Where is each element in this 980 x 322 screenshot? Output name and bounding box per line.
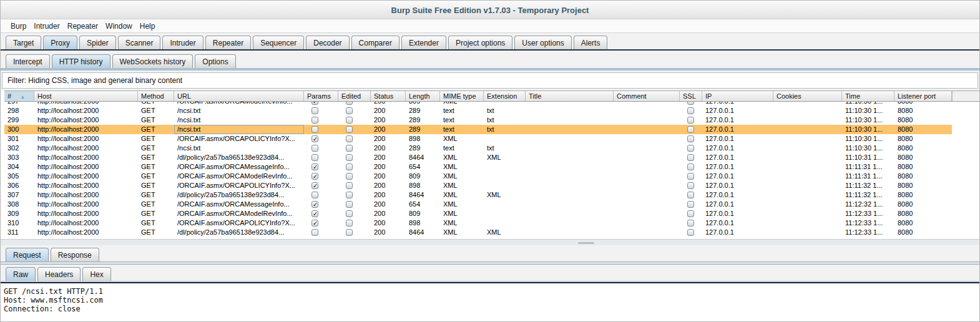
cell-cookies [773, 134, 842, 144]
cell-cookies [773, 172, 842, 181]
cell-ip: 127.0.0.1 [702, 153, 773, 162]
viewer-tab-response[interactable]: Response [51, 248, 99, 261]
cell-ssl [680, 200, 702, 209]
tab-proxy[interactable]: Proxy [43, 36, 77, 49]
cell-comment [614, 102, 680, 106]
cell-mime: XML [440, 102, 484, 106]
ssl-checkbox [687, 182, 694, 189]
format-tab-hex[interactable]: Hex [82, 267, 110, 281]
column-header-status[interactable]: Status [371, 91, 406, 101]
column-header-length[interactable]: Length [406, 91, 440, 101]
tab-project-options[interactable]: Project options [448, 36, 512, 49]
viewer-tab-request[interactable]: Request [6, 248, 49, 261]
menu-item-burp[interactable]: Burp [7, 19, 30, 33]
column-header-comment[interactable]: Comment [614, 91, 680, 101]
table-row[interactable]: 304http://localhost:2000GET/ORCAIF.asmx/… [4, 162, 952, 172]
menu-item-repeater[interactable]: Repeater [64, 19, 102, 33]
filter-bar[interactable]: Filter: Hiding CSS, image and general bi… [2, 72, 978, 89]
column-header-cookies[interactable]: Cookies [773, 91, 842, 101]
menu-item-intruder[interactable]: Intruder [30, 19, 63, 33]
table-row[interactable]: 299http://localhost:2000GET/ncsi.txt2002… [4, 115, 952, 125]
params-checkbox-checked [311, 163, 318, 170]
column-header-title[interactable]: Title [526, 91, 614, 101]
column-header-edited[interactable]: Edited [338, 91, 371, 101]
ssl-checkbox [687, 220, 694, 227]
table-row[interactable]: 302http://localhost:2000GET/ncsi.txt2002… [4, 144, 952, 153]
subtab-http-history[interactable]: HTTP history [52, 54, 110, 68]
table-row[interactable]: 298http://localhost:2000GET/ncsi.txt2002… [4, 106, 952, 115]
cell-title [526, 209, 614, 218]
ssl-checkbox [687, 102, 694, 105]
cell-ssl [680, 209, 702, 218]
cell-edited [338, 102, 371, 106]
tab-target[interactable]: Target [6, 36, 41, 49]
cell-host: http://localhost:2000 [34, 162, 138, 172]
table-row[interactable]: 307http://localhost:2000GET/dl/policy/2a… [4, 190, 952, 200]
table-row[interactable]: 305http://localhost:2000GET/ORCAIF.asmx/… [4, 172, 952, 181]
ssl-checkbox [687, 117, 694, 124]
cell-length: 289 [406, 115, 440, 125]
cell-status: 200 [371, 115, 406, 125]
cell-mime: text [440, 144, 484, 153]
table-row[interactable]: 308http://localhost:2000GET/ORCAIF.asmx/… [4, 200, 952, 209]
cell-length: 809 [406, 209, 440, 218]
cell-length: 898 [406, 181, 440, 190]
tab-spider[interactable]: Spider [79, 36, 116, 49]
column-header--[interactable]: #▲ [4, 91, 34, 101]
column-header-ip[interactable]: IP [702, 91, 773, 101]
format-tab-headers[interactable]: Headers [37, 267, 81, 281]
table-row[interactable]: 297http://localhost:2000GET/ORCAIF.asmx/… [4, 102, 952, 106]
cell-title [526, 134, 614, 144]
format-tab-raw[interactable]: Raw [6, 267, 36, 281]
cell-num: 303 [4, 153, 34, 162]
cell-ip: 127.0.0.1 [702, 106, 773, 115]
subtab-intercept[interactable]: Intercept [6, 54, 50, 68]
tab-decoder[interactable]: Decoder [306, 36, 349, 49]
table-row[interactable]: 310http://localhost:2000GET/ORCAIF.asmx/… [4, 218, 952, 228]
column-header-method[interactable]: Method [138, 91, 174, 101]
params-checkbox-checked [311, 173, 318, 180]
column-header-host[interactable]: Host [34, 91, 138, 101]
pane-splitter[interactable] [1, 239, 979, 245]
tab-alerts[interactable]: Alerts [574, 36, 608, 49]
column-header-listener-port[interactable]: Listener port [894, 91, 952, 101]
column-header-url[interactable]: URL [174, 91, 304, 101]
cell-params [304, 181, 338, 190]
tab-intruder[interactable]: Intruder [162, 36, 203, 49]
table-row[interactable]: 300http://localhost:2000GET/ncsi.txt2002… [4, 125, 952, 134]
column-header-ssl[interactable]: SSL [680, 91, 702, 101]
cell-title [526, 200, 614, 209]
cell-host: http://localhost:2000 [34, 228, 138, 237]
cell-url: /ORCAIF.asmx/ORCAMessageInfo... [174, 200, 304, 209]
menu-item-window[interactable]: Window [102, 19, 136, 33]
column-header-time[interactable]: Time [842, 91, 894, 101]
column-header-mime-type[interactable]: MIME type [440, 91, 484, 101]
splitter-grip-icon[interactable] [578, 242, 594, 244]
tab-comparer[interactable]: Comparer [351, 36, 399, 49]
table-row[interactable]: 306http://localhost:2000GET/ORCAIF.asmx/… [4, 181, 952, 190]
menu-item-help[interactable]: Help [136, 19, 159, 33]
cell-length: 654 [406, 200, 440, 209]
tab-extender[interactable]: Extender [401, 36, 446, 49]
cell-extension [484, 181, 526, 190]
column-header-params[interactable]: Params [304, 91, 338, 101]
edited-checkbox [346, 182, 353, 189]
tab-repeater[interactable]: Repeater [205, 36, 251, 49]
cell-length: 8464 [406, 228, 440, 237]
subtab-websockets-history[interactable]: WebSockets history [112, 54, 194, 68]
table-row[interactable]: 309http://localhost:2000GET/ORCAIF.asmx/… [4, 209, 952, 218]
cell-cookies [773, 153, 842, 162]
table-row[interactable]: 303http://localhost:2000GET/dl/policy/2a… [4, 153, 952, 162]
cell-status: 200 [371, 209, 406, 218]
subtab-options[interactable]: Options [195, 54, 235, 68]
tab-sequencer[interactable]: Sequencer [253, 36, 304, 49]
request-editor[interactable]: GET /ncsi.txt HTTP/1.1Host: www.msftncsi… [1, 283, 979, 322]
column-header-extension[interactable]: Extension [484, 91, 526, 101]
cell-params [304, 190, 338, 200]
tab-scanner[interactable]: Scanner [118, 36, 161, 49]
cell-ssl [680, 125, 702, 134]
cell-host: http://localhost:2000 [34, 106, 138, 115]
tab-user-options[interactable]: User options [514, 36, 571, 49]
table-row[interactable]: 301http://localhost:2000GET/ORCAIF.asmx/… [4, 134, 952, 144]
table-row[interactable]: 311http://localhost:2000GET/dl/policy/2a… [4, 228, 952, 237]
